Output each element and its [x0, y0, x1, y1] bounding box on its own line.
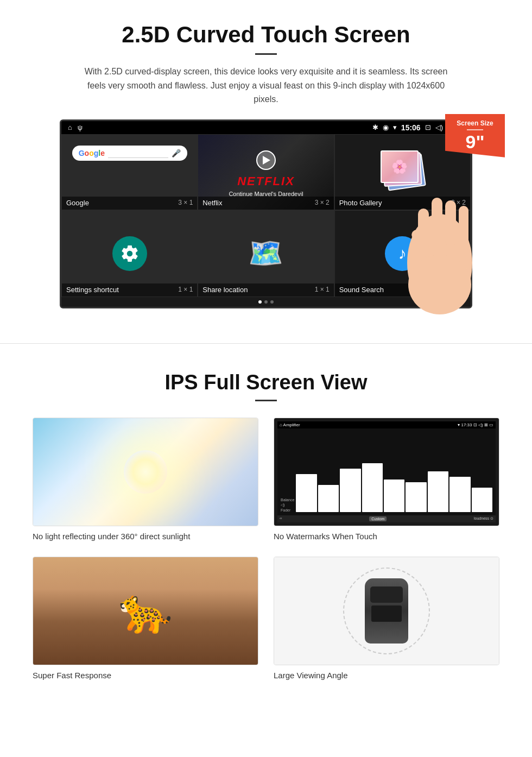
status-time: 15:06: [401, 123, 421, 132]
bar4: [362, 463, 383, 512]
car-visual: [274, 557, 499, 665]
sunlight-glow: [124, 450, 167, 494]
amp-bars: [296, 458, 492, 512]
car-windshield: [370, 586, 403, 603]
app-cell-share[interactable]: 🗺️ Share location 1 × 1: [198, 210, 334, 297]
android-screen: ⌂ ψ ✱ ◉ ▾ 15:06 ⊡ ◁) ⊠ ▭: [60, 119, 472, 308]
maps-icon: 🗺️: [248, 237, 283, 270]
amp-title: ⌂ Amplifier: [280, 422, 300, 427]
settings-name: Settings shortcut: [66, 286, 119, 294]
amp-time: ▾ 17:33 ⊡ ◁) ⊠ ▭: [458, 422, 493, 427]
screen-size-badge: Screen Size 9": [445, 114, 505, 157]
location-icon: ◉: [383, 123, 389, 131]
amp-loudness: loudness ⊙: [474, 516, 493, 521]
sound-size: 1 × 1: [451, 286, 466, 293]
section-ips: IPS Full Screen View No light reflecting…: [0, 360, 532, 702]
play-button[interactable]: [256, 150, 276, 170]
bar3: [340, 469, 360, 512]
feature-sunlight-label: No light reflecting under 360° direct su…: [33, 532, 190, 541]
feature-car: Large Viewing Angle: [274, 557, 499, 680]
status-bar: ⌂ ψ ✱ ◉ ▾ 15:06 ⊡ ◁) ⊠ ▭: [61, 121, 471, 134]
app-cell-netflix[interactable]: NETFLIX Continue Marvel's Daredevil Netf…: [198, 134, 334, 210]
usb-icon: ψ: [78, 123, 83, 131]
netflix-label: Netflix 3 × 2: [198, 197, 333, 210]
feature-amplifier-image: ⌂ Amplifier ▾ 17:33 ⊡ ◁) ⊠ ▭ Balance ◁) …: [274, 418, 499, 526]
photos-name: Photo Gallery: [339, 199, 382, 207]
bar9: [472, 488, 492, 512]
car-circle: [343, 567, 430, 654]
netflix-name: Netflix: [202, 199, 222, 207]
wifi-icon: ▾: [393, 123, 397, 131]
bar8: [449, 477, 470, 512]
badge-size: 9": [449, 133, 501, 151]
sound-label: Sound Search 1 × 1: [335, 283, 470, 297]
dot-2[interactable]: [264, 300, 268, 304]
sound-name: Sound Search: [339, 286, 384, 294]
photos-size: 2 × 2: [451, 199, 466, 206]
app-cell-sound[interactable]: ♪ Sound Search 1 × 1: [334, 210, 471, 297]
cheetah-visual: 🐆: [33, 557, 258, 665]
bar7: [428, 471, 448, 512]
feature-sunlight: No light reflecting under 360° direct su…: [33, 418, 258, 541]
amplifier-visual: ⌂ Amplifier ▾ 17:33 ⊡ ◁) ⊠ ▭ Balance ◁) …: [274, 418, 499, 526]
google-input: [108, 148, 168, 158]
google-search-bar[interactable]: Google 🎤: [72, 146, 187, 161]
badge-divider: [467, 129, 483, 130]
status-left: ⌂ ψ: [68, 123, 83, 131]
bluetooth-icon: ✱: [372, 123, 378, 131]
home-icon[interactable]: ⌂: [68, 123, 72, 131]
section2-divider: [255, 400, 277, 401]
dot-1[interactable]: [258, 300, 262, 304]
amp-equalizer: Balance ◁) Fader: [277, 428, 496, 515]
section1-title: 2.5D Curved Touch Screen: [33, 22, 499, 48]
music-icon: ♪: [385, 236, 420, 271]
photo-stack: 🌸: [381, 150, 424, 194]
features-grid: No light reflecting under 360° direct su…: [33, 418, 499, 680]
netflix-size: 3 × 2: [315, 199, 330, 206]
feature-sunlight-image: [33, 418, 258, 526]
car-top-view: [365, 578, 408, 644]
app-cell-settings[interactable]: Settings shortcut 1 × 1: [61, 210, 198, 297]
google-logo: Google: [79, 149, 105, 157]
amp-custom[interactable]: Custom: [369, 516, 387, 521]
gear-icon: [120, 244, 140, 263]
netflix-logo: NETFLIX: [229, 174, 303, 188]
section-curved-touch: 2.5D Curved Touch Screen With 2.5D curve…: [0, 0, 532, 327]
play-icon: [263, 156, 270, 165]
netflix-content: NETFLIX Continue Marvel's Daredevil: [229, 147, 303, 197]
netflix-subtitle: Continue Marvel's Daredevil: [229, 191, 303, 197]
badge-label: Screen Size: [449, 119, 501, 127]
bar6: [406, 482, 426, 512]
app-grid-row1: Google 🎤 Google 3 × 1: [61, 134, 471, 210]
mic-icon[interactable]: 🎤: [172, 149, 181, 157]
photos-label: Photo Gallery 2 × 2: [335, 197, 470, 210]
amp-nav: ‹‹: [280, 516, 282, 521]
feature-car-image: [274, 557, 499, 665]
feature-cheetah-image: 🐆: [33, 557, 258, 665]
settings-icon-circle: [112, 236, 147, 271]
app-grid-row2: Settings shortcut 1 × 1 🗺️ Share locatio…: [61, 210, 471, 297]
photo-card-3: 🌸: [381, 150, 419, 183]
page-divider: [0, 343, 532, 344]
feature-cheetah: 🐆 Super Fast Response: [33, 557, 258, 680]
device-mockup: Screen Size 9" ⌂ ψ ✱ ◉ ▾ 15:06 ⊡ ◁) ⊠: [60, 119, 472, 308]
camera-icon[interactable]: ⊡: [425, 123, 431, 131]
google-size: 3 × 1: [178, 199, 193, 206]
amp-status-bar: ⌂ Amplifier ▾ 17:33 ⊡ ◁) ⊠ ▭: [277, 421, 496, 428]
share-name: Share location: [202, 286, 248, 294]
amp-labels: Balance ◁) Fader: [281, 498, 294, 512]
section1-description: With 2.5D curved-display screen, this de…: [81, 65, 451, 106]
google-name: Google: [66, 199, 89, 207]
settings-label: Settings shortcut 1 × 1: [62, 283, 197, 297]
volume-icon[interactable]: ◁): [435, 123, 443, 131]
feature-amplifier: ⌂ Amplifier ▾ 17:33 ⊡ ◁) ⊠ ▭ Balance ◁) …: [274, 418, 499, 541]
cheetah-emoji: 🐆: [118, 585, 173, 636]
amp-footer: ‹‹ Custom loudness ⊙: [277, 515, 496, 522]
app-cell-google[interactable]: Google 🎤 Google 3 × 1: [61, 134, 198, 210]
photo-flower-icon: 🌸: [391, 159, 408, 174]
share-label: Share location 1 × 1: [198, 283, 333, 297]
feature-car-label: Large Viewing Angle: [274, 671, 348, 680]
sunlight-visual: [33, 418, 258, 526]
feature-amplifier-label: No Watermarks When Touch: [274, 532, 377, 541]
dot-3[interactable]: [270, 300, 274, 304]
